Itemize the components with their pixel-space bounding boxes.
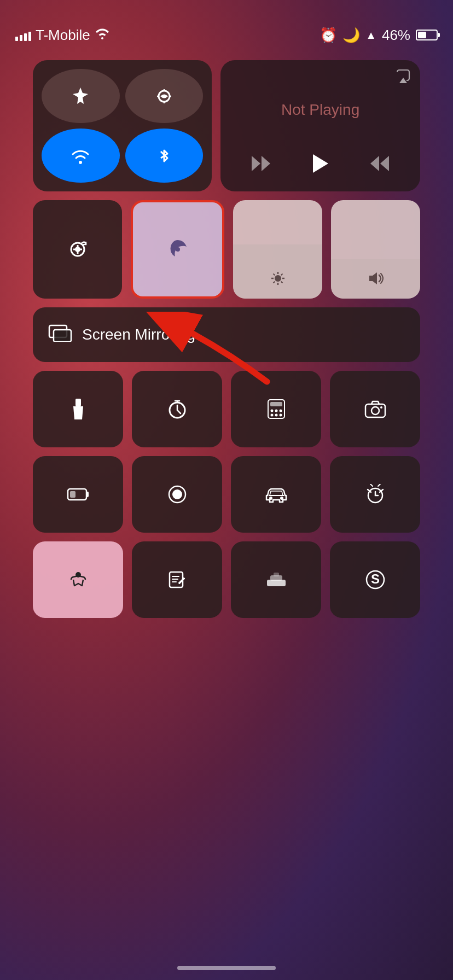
row-4 [33,371,420,447]
moon-icon: 🌙 [342,27,360,44]
calculator-button[interactable] [231,371,321,447]
home-indicator[interactable] [177,966,276,970]
svg-point-41 [280,497,283,500]
svg-marker-6 [370,156,379,171]
svg-text:S: S [370,571,379,586]
cellular-button[interactable] [125,69,204,123]
screen-record-button[interactable] [132,456,222,533]
timer-button[interactable] [132,371,222,447]
row-2 [33,200,420,299]
play-button[interactable] [307,150,334,177]
accessibility-button[interactable] [33,541,123,618]
svg-rect-48 [274,573,279,576]
flashlight-button[interactable] [33,371,123,447]
carrier-label: T-Mobile [36,27,90,44]
playback-controls [231,150,409,182]
status-bar: T-Mobile ⏰ 🌙 ▲ 46% [0,0,453,48]
svg-point-33 [371,407,379,415]
airplane-mode-button[interactable] [42,69,120,123]
svg-point-39 [172,489,182,499]
bluetooth-button[interactable] [125,129,204,183]
airplay-icon[interactable] [396,69,410,86]
svg-rect-37 [70,491,76,498]
svg-point-34 [380,406,382,409]
notes-button[interactable] [132,541,222,618]
battery-button[interactable] [33,456,123,533]
alarm-status-icon: ⏰ [320,27,337,44]
now-playing-panel[interactable]: Not Playing [220,60,420,191]
svg-rect-32 [365,404,385,417]
svg-point-28 [279,410,282,412]
battery-percent: 46% [382,27,410,44]
volume-slider[interactable] [331,200,420,299]
status-right: ⏰ 🌙 ▲ 46% [320,27,438,44]
svg-rect-36 [86,492,89,497]
svg-marker-5 [380,156,389,171]
camera-button[interactable] [330,371,420,447]
svg-point-30 [275,414,277,417]
svg-rect-25 [270,402,282,406]
row-5 [33,456,420,533]
svg-rect-21 [54,330,71,342]
svg-marker-3 [262,156,270,171]
car-button[interactable] [231,456,321,533]
screen-mirroring-button[interactable]: Screen Mirroring [33,307,420,362]
signal-bars [15,29,31,41]
row-6: S [33,541,420,618]
location-icon: ▲ [365,29,376,42]
volume-icon [367,271,385,290]
screen-mirroring-label: Screen Mirroring [82,326,195,343]
svg-marker-2 [252,156,260,171]
control-center: Not Playing [33,60,420,618]
wifi-button[interactable] [42,129,120,183]
svg-rect-22 [76,399,81,406]
battery-indicator [416,30,438,40]
svg-line-16 [281,282,282,283]
sleep-button[interactable] [231,541,321,618]
svg-point-9 [176,247,180,252]
alarm-button[interactable] [330,456,420,533]
svg-point-31 [279,414,282,417]
svg-point-26 [270,410,273,412]
svg-point-27 [275,410,277,412]
svg-point-10 [275,275,281,282]
row-1: Not Playing [33,60,420,191]
status-left: T-Mobile [15,27,110,44]
svg-line-18 [273,282,275,283]
rewind-button[interactable] [247,150,275,177]
brightness-icon [270,271,286,290]
svg-marker-4 [313,154,328,173]
fast-forward-button[interactable] [366,150,393,177]
svg-line-15 [273,274,275,276]
shazam-button[interactable]: S [330,541,420,618]
wifi-icon [95,27,110,43]
row-3: Screen Mirroring [33,307,420,362]
svg-line-17 [281,274,282,276]
do-not-disturb-button[interactable] [131,200,224,299]
rotation-lock-button[interactable] [33,200,122,299]
brightness-slider[interactable] [233,200,322,299]
svg-point-29 [270,414,273,417]
connectivity-panel[interactable] [33,60,212,191]
svg-point-8 [75,247,80,252]
screen-mirroring-icon [48,324,72,346]
svg-point-40 [269,497,272,500]
not-playing-label: Not Playing [231,70,409,150]
svg-point-1 [79,161,82,164]
